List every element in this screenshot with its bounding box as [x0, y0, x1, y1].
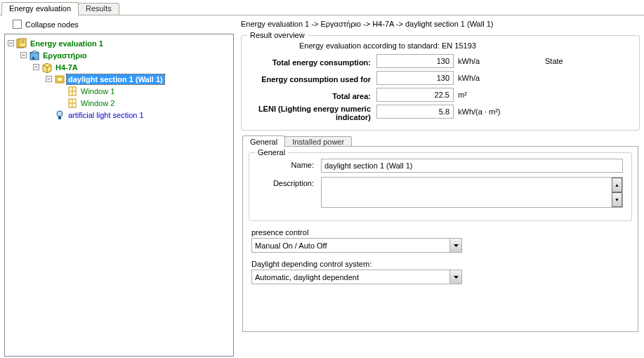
tree-node-ergastirio[interactable]: − Εργαστήριο: [20, 49, 232, 61]
textarea-spin-down[interactable]: ▼: [612, 192, 622, 207]
svg-rect-7: [69, 87, 76, 95]
leni-value: 5.8: [376, 105, 454, 119]
tree-label: Window 1: [79, 86, 116, 96]
total-energy-value: 130: [376, 54, 454, 68]
svg-rect-9: [69, 99, 76, 107]
artificial-light-icon: [54, 110, 65, 121]
name-input[interactable]: [321, 159, 623, 173]
collapse-icon[interactable]: −: [46, 76, 52, 82]
energy-used-for-value: 130: [376, 71, 454, 85]
general-legend: General: [255, 148, 288, 157]
result-overview-fieldset: Result overview Energy evaluation accord…: [241, 35, 640, 131]
tree-node-energy-evaluation-1[interactable]: − Energy evaluation 1: [8, 37, 232, 49]
svg-point-10: [57, 111, 63, 117]
leaf-icon: −: [46, 112, 52, 118]
svg-rect-3: [32, 57, 34, 60]
description-label: Description:: [258, 177, 321, 187]
collapse-nodes-label: Collapse nodes: [25, 20, 79, 29]
tree-node-h4-7a[interactable]: − H4-7A: [33, 61, 232, 73]
leaf-icon: −: [58, 88, 65, 94]
general-panel: General Name: Description: ▲ ▼: [242, 146, 638, 332]
daylight-section-icon: [54, 74, 65, 85]
presence-control-dropdown[interactable]: Manual On / Auto Off: [251, 238, 462, 253]
window-icon: [67, 86, 78, 97]
leni-label: LENI (Lighting energy numeric indicator): [250, 105, 371, 121]
energy-eval-icon: [16, 38, 27, 49]
total-area-unit: m²: [458, 88, 503, 105]
collapse-icon[interactable]: −: [33, 64, 39, 70]
tab-energy-evaluation[interactable]: Energy evaluation: [1, 2, 79, 15]
room-icon: [41, 62, 53, 73]
tab-results[interactable]: Results: [78, 3, 119, 15]
window-icon: [67, 98, 78, 109]
tree-label: Energy evaluation 1: [29, 39, 105, 48]
tree-label: Window 2: [79, 98, 116, 108]
collapse-icon[interactable]: −: [20, 52, 27, 58]
presence-control-label: presence control: [251, 228, 629, 237]
tree-label: H4-7A: [54, 62, 79, 72]
daylight-control-dropdown[interactable]: Automatic, daylight dependent: [251, 270, 462, 284]
state-label: State: [503, 54, 631, 121]
general-fieldset: General Name: Description: ▲ ▼: [249, 152, 632, 221]
daylight-control-value: Automatic, daylight dependent: [255, 273, 359, 281]
tree-label: daylight section 1 (Wall 1): [67, 74, 164, 84]
dropdown-arrow-icon: [449, 270, 461, 284]
leaf-icon: −: [58, 100, 65, 106]
tree-view[interactable]: − Energy evaluation 1 − Εργαστήριο: [4, 34, 234, 357]
result-overview-legend: Result overview: [247, 31, 308, 39]
building-icon: [29, 50, 40, 61]
svg-rect-5: [57, 77, 63, 81]
presence-control-value: Manual On / Auto Off: [255, 241, 327, 250]
tree-label: Εργαστήριο: [41, 51, 88, 60]
description-textarea[interactable]: [321, 177, 623, 208]
total-energy-unit: kWh/a: [458, 54, 503, 71]
subtab-general[interactable]: General: [242, 135, 285, 147]
daylight-control-label: Daylight depending control system:: [251, 260, 629, 268]
tree-node-daylight-section-1[interactable]: − daylight section 1 (Wall 1): [46, 73, 232, 85]
main-tabstrip: Energy evaluation Results: [0, 0, 644, 15]
energy-used-for-unit: kWh/a: [458, 71, 503, 88]
total-energy-label: Total energy consumption:: [250, 54, 371, 71]
leni-unit: kWh/(a · m²): [458, 105, 503, 121]
tree-node-window-2[interactable]: − Window 2: [58, 97, 232, 109]
tree-node-window-1[interactable]: − Window 1: [58, 85, 232, 97]
collapse-icon[interactable]: −: [8, 40, 14, 46]
svg-rect-11: [58, 117, 61, 119]
dropdown-arrow-icon: [449, 239, 461, 252]
textarea-spin-up[interactable]: ▲: [612, 178, 622, 192]
tree-node-artificial-light-section-1[interactable]: − artificial light section 1: [46, 109, 232, 121]
total-area-value: 22.5: [376, 88, 454, 102]
name-label: Name:: [258, 159, 321, 169]
energy-used-for-label: Energy consumption used for: [250, 71, 371, 88]
tree-label: artificial light section 1: [67, 110, 145, 120]
collapse-nodes-checkbox[interactable]: [13, 20, 22, 29]
standard-line: Energy evaluation according to standard:…: [250, 41, 631, 54]
total-area-label: Total area:: [250, 88, 371, 105]
